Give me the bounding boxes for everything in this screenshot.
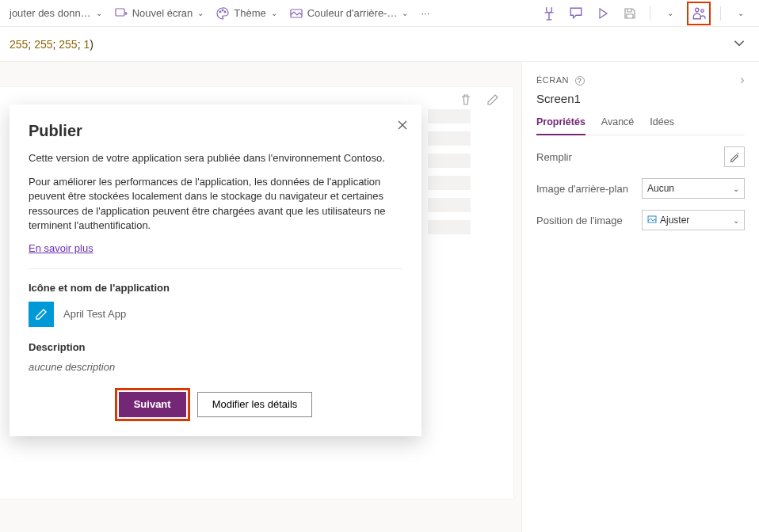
canvas-placeholder-bars	[428, 109, 471, 234]
help-icon[interactable]: ?	[575, 76, 585, 86]
preview-button[interactable]	[593, 3, 613, 24]
image-position-label: Position de l'image	[536, 215, 623, 226]
more-actions-button[interactable]: ···	[416, 7, 434, 19]
close-button[interactable]	[396, 119, 409, 134]
publish-teams-button[interactable]	[690, 5, 708, 22]
add-data-button[interactable]: jouter des donn… ⌄	[5, 4, 107, 22]
panel-screen-title: Screen1	[536, 92, 745, 105]
formula-bar[interactable]: 255; 255; 255; 1)	[0, 27, 759, 62]
panel-tabs: Propriétés Avancé Idées	[536, 116, 745, 135]
palette-icon	[216, 7, 229, 20]
formula-expand-button[interactable]	[732, 36, 746, 52]
image-icon	[647, 215, 657, 225]
theme-button[interactable]: Thème ⌄	[212, 4, 281, 23]
bg-image-label: Image d'arrière-plan	[536, 183, 628, 195]
formula-text: 255; 255; 255; 1)	[10, 38, 93, 51]
bg-image-value: Aucun	[647, 183, 674, 194]
save-button[interactable]	[620, 3, 640, 24]
fill-color-button[interactable]	[724, 146, 745, 167]
svg-point-6	[701, 9, 704, 11]
panel-breadcrumb: ÉCRAN	[536, 75, 569, 85]
top-toolbar: jouter des donn… ⌄ Nouvel écran ⌄ Thème …	[0, 0, 759, 27]
background-color-icon	[290, 7, 303, 20]
chevron-down-icon: ⌄	[667, 9, 673, 17]
new-screen-icon	[115, 7, 128, 20]
tab-ideas[interactable]: Idées	[650, 116, 674, 135]
chevron-down-icon: ⌄	[733, 216, 739, 225]
svg-point-3	[224, 11, 226, 13]
fill-label: Remplir	[536, 151, 572, 163]
background-color-label: Couleur d'arrière-…	[307, 7, 398, 19]
chevron-down-icon: ⌄	[402, 9, 408, 17]
app-checker-button[interactable]	[539, 3, 559, 24]
next-button[interactable]: Suivant	[119, 392, 186, 417]
theme-label: Thème	[234, 7, 265, 19]
publish-dialog: Publier Cette version de votre applicati…	[10, 104, 421, 436]
chevron-down-icon: ⌄	[738, 9, 744, 17]
tab-advanced[interactable]: Avancé	[601, 116, 634, 135]
comments-button[interactable]	[566, 3, 586, 24]
svg-rect-0	[116, 9, 124, 16]
delete-icon[interactable]	[460, 93, 472, 108]
properties-panel: ÉCRAN ? › Screen1 Propriétés Avancé Idée…	[521, 62, 759, 532]
svg-point-1	[219, 11, 221, 13]
chevron-down-icon: ⌄	[733, 184, 739, 193]
svg-point-5	[696, 8, 700, 12]
new-screen-button[interactable]: Nouvel écran ⌄	[110, 4, 209, 23]
tab-properties[interactable]: Propriétés	[536, 116, 585, 135]
divider	[29, 268, 402, 269]
separator	[720, 6, 721, 21]
new-screen-label: Nouvel écran	[132, 7, 193, 19]
app-icon	[29, 302, 54, 327]
learn-more-link[interactable]: En savoir plus	[29, 242, 93, 254]
chevron-down-icon: ⌄	[96, 9, 102, 17]
main-area: Publier Cette version de votre applicati…	[0, 62, 759, 532]
background-color-button[interactable]: Couleur d'arrière-… ⌄	[285, 4, 414, 23]
save-chevron-button[interactable]: ⌄	[660, 3, 681, 24]
canvas-area: Publier Cette version de votre applicati…	[0, 62, 521, 532]
icon-name-label: Icône et nom de l'application	[29, 282, 402, 294]
teams-highlight-box	[687, 2, 711, 25]
description-value: aucune description	[29, 361, 402, 373]
separator	[650, 6, 650, 21]
chevron-down-icon: ⌄	[197, 9, 204, 17]
app-row: April Test App	[29, 302, 402, 327]
publish-chevron-button[interactable]: ⌄	[730, 3, 751, 24]
bg-image-select[interactable]: Aucun ⌄	[642, 178, 745, 199]
dialog-perf-text: Pour améliorer les performances de l'app…	[29, 175, 402, 233]
edit-details-button[interactable]: Modifier les détails	[197, 392, 313, 417]
image-position-value: Ajuster	[660, 215, 689, 226]
chevron-down-icon: ⌄	[271, 9, 277, 17]
app-name: April Test App	[63, 308, 126, 320]
edit-pencil-icon[interactable]	[486, 93, 499, 108]
image-position-select[interactable]: Ajuster ⌄	[642, 210, 745, 230]
dialog-title: Publier	[29, 122, 402, 140]
dialog-env-text: Cette version de votre application sera …	[29, 151, 402, 165]
add-data-label: jouter des donn…	[10, 7, 91, 19]
description-label: Description	[29, 341, 402, 353]
svg-point-2	[222, 10, 223, 11]
chevron-right-icon[interactable]: ›	[740, 73, 745, 87]
